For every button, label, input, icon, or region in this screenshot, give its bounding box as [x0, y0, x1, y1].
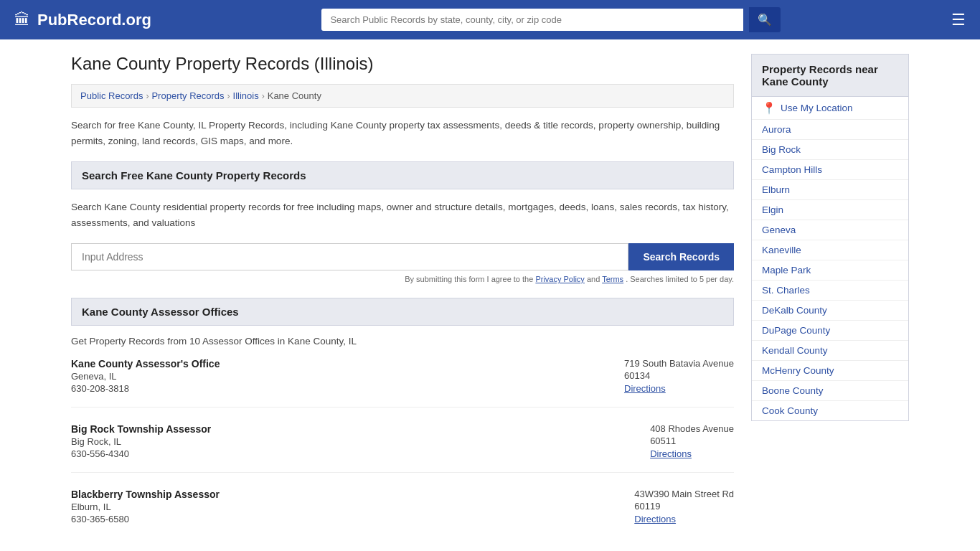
- breadcrumb-property-records[interactable]: Property Records: [151, 90, 224, 101]
- office-name-1: Kane County Assessor's Office: [71, 358, 220, 369]
- office-right-1: 719 South Batavia Avenue 60134 Direction…: [624, 358, 734, 394]
- breadcrumb-kane-county: Kane County: [268, 90, 321, 101]
- mchenry-link[interactable]: McHenry County: [762, 365, 834, 376]
- page-title: Kane County Property Records (Illinois): [71, 54, 734, 74]
- global-search-button[interactable]: 🔍: [749, 7, 781, 32]
- cook-link[interactable]: Cook County: [762, 405, 818, 416]
- dekalb-link[interactable]: DeKalb County: [762, 305, 827, 316]
- office-phone-3: 630-365-6580: [71, 514, 220, 524]
- office-name-2: Big Rock Township Assessor: [71, 423, 211, 435]
- sidebar-item-maple-park[interactable]: Maple Park: [752, 260, 908, 281]
- st-charles-link[interactable]: St. Charles: [762, 285, 810, 296]
- office-phone-1: 630-208-3818: [71, 383, 220, 394]
- search-box-area: Search Records By submitting this form I…: [71, 243, 734, 283]
- sidebar-use-location[interactable]: 📍 Use My Location: [752, 97, 908, 120]
- search-records-button[interactable]: Search Records: [628, 243, 734, 270]
- office-directions-2[interactable]: Directions: [650, 448, 692, 459]
- breadcrumb-sep-2: ›: [227, 91, 230, 101]
- sidebar-item-elburn[interactable]: Elburn: [752, 180, 908, 200]
- form-disclaimer: By submitting this form I agree to the P…: [71, 275, 734, 283]
- page-description: Search for free Kane County, IL Property…: [71, 118, 734, 149]
- offices-section-header: Kane County Assessor Offices: [71, 298, 734, 326]
- big-rock-link[interactable]: Big Rock: [762, 144, 801, 155]
- hamburger-icon: ☰: [951, 11, 966, 29]
- page-container: Kane County Property Records (Illinois) …: [60, 39, 920, 551]
- office-city-2: Big Rock, IL: [71, 436, 211, 447]
- breadcrumb-sep-1: ›: [146, 91, 149, 101]
- menu-button[interactable]: ☰: [951, 11, 966, 29]
- office-phone-2: 630-556-4340: [71, 448, 211, 459]
- sidebar-item-elgin[interactable]: Elgin: [752, 200, 908, 220]
- terms-link[interactable]: Terms: [602, 275, 623, 283]
- sidebar-item-aurora[interactable]: Aurora: [752, 120, 908, 140]
- office-entry: Kane County Assessor's Office Geneva, IL…: [71, 358, 734, 408]
- search-icon: 🔍: [758, 14, 772, 26]
- sidebar-item-campton-hills[interactable]: Campton Hills: [752, 160, 908, 180]
- sidebar-item-kaneville[interactable]: Kaneville: [752, 240, 908, 260]
- header-logo-area: 🏛 PubRecord.org: [14, 11, 151, 29]
- sidebar-item-cook[interactable]: Cook County: [752, 401, 908, 420]
- sidebar-item-dekalb[interactable]: DeKalb County: [752, 301, 908, 321]
- office-right-2: 408 Rhodes Avenue 60511 Directions: [650, 423, 734, 459]
- sidebar-item-geneva[interactable]: Geneva: [752, 220, 908, 240]
- campton-hills-link[interactable]: Campton Hills: [762, 164, 822, 175]
- breadcrumb-sep-3: ›: [262, 91, 265, 101]
- sidebar-item-st-charles[interactable]: St. Charles: [752, 281, 908, 301]
- office-zip-2: 60511: [650, 435, 734, 446]
- sidebar: Property Records near Kane County 📍 Use …: [751, 54, 909, 551]
- breadcrumb: Public Records › Property Records › Illi…: [71, 84, 734, 108]
- office-address-1: 719 South Batavia Avenue: [624, 358, 734, 369]
- site-title: PubRecord.org: [37, 11, 151, 29]
- header-search-area: 🔍: [321, 7, 781, 32]
- maple-park-link[interactable]: Maple Park: [762, 265, 811, 276]
- office-entry: Blackberry Township Assessor Elburn, IL …: [71, 489, 734, 537]
- office-right-3: 43W390 Main Street Rd 60119 Directions: [634, 489, 734, 524]
- search-description: Search Kane County residential property …: [71, 199, 734, 230]
- office-entry: Big Rock Township Assessor Big Rock, IL …: [71, 423, 734, 473]
- use-location-label: Use My Location: [781, 103, 853, 113]
- building-icon: 🏛: [14, 11, 30, 29]
- kendall-link[interactable]: Kendall County: [762, 345, 828, 356]
- sidebar-list: 📍 Use My Location Aurora Big Rock Campto…: [751, 97, 909, 421]
- sidebar-header: Property Records near Kane County: [751, 54, 909, 97]
- disclaimer-text: By submitting this form I agree to the: [405, 275, 535, 283]
- location-pin-icon: 📍: [762, 101, 776, 115]
- office-directions-3[interactable]: Directions: [634, 514, 676, 524]
- office-directions-1[interactable]: Directions: [624, 383, 666, 394]
- sidebar-item-mchenry[interactable]: McHenry County: [752, 361, 908, 381]
- office-address-2: 408 Rhodes Avenue: [650, 423, 734, 434]
- search-row: Search Records: [71, 243, 734, 270]
- breadcrumb-illinois[interactable]: Illinois: [233, 90, 259, 101]
- office-address-3: 43W390 Main Street Rd: [634, 489, 734, 499]
- boone-link[interactable]: Boone County: [762, 385, 824, 396]
- breadcrumb-public-records[interactable]: Public Records: [80, 90, 143, 101]
- offices-intro: Get Property Records from 10 Assessor Of…: [71, 336, 734, 347]
- office-zip-3: 60119: [634, 501, 734, 512]
- office-name-3: Blackberry Township Assessor: [71, 489, 220, 500]
- office-left-2: Big Rock Township Assessor Big Rock, IL …: [71, 423, 211, 459]
- sidebar-item-big-rock[interactable]: Big Rock: [752, 140, 908, 160]
- office-left-1: Kane County Assessor's Office Geneva, IL…: [71, 358, 220, 394]
- disclaimer-end: . Searches limited to 5 per day.: [626, 275, 734, 283]
- address-input[interactable]: [71, 243, 628, 270]
- office-zip-1: 60134: [624, 370, 734, 381]
- sidebar-item-dupage[interactable]: DuPage County: [752, 321, 908, 341]
- search-section-header: Search Free Kane County Property Records: [71, 161, 734, 189]
- kaneville-link[interactable]: Kaneville: [762, 245, 801, 255]
- office-city-3: Elburn, IL: [71, 501, 220, 512]
- aurora-link[interactable]: Aurora: [762, 124, 791, 135]
- sidebar-item-boone[interactable]: Boone County: [752, 381, 908, 401]
- geneva-link[interactable]: Geneva: [762, 225, 796, 235]
- global-search-input[interactable]: [321, 9, 743, 31]
- sidebar-item-kendall[interactable]: Kendall County: [752, 341, 908, 361]
- privacy-policy-link[interactable]: Privacy Policy: [535, 275, 584, 283]
- elgin-link[interactable]: Elgin: [762, 204, 783, 215]
- main-content: Kane County Property Records (Illinois) …: [71, 54, 734, 551]
- elburn-link[interactable]: Elburn: [762, 184, 790, 195]
- office-city-1: Geneva, IL: [71, 371, 220, 382]
- site-header: 🏛 PubRecord.org 🔍 ☰: [0, 0, 980, 39]
- disclaimer-and: and: [587, 275, 602, 283]
- office-left-3: Blackberry Township Assessor Elburn, IL …: [71, 489, 220, 524]
- dupage-link[interactable]: DuPage County: [762, 325, 830, 336]
